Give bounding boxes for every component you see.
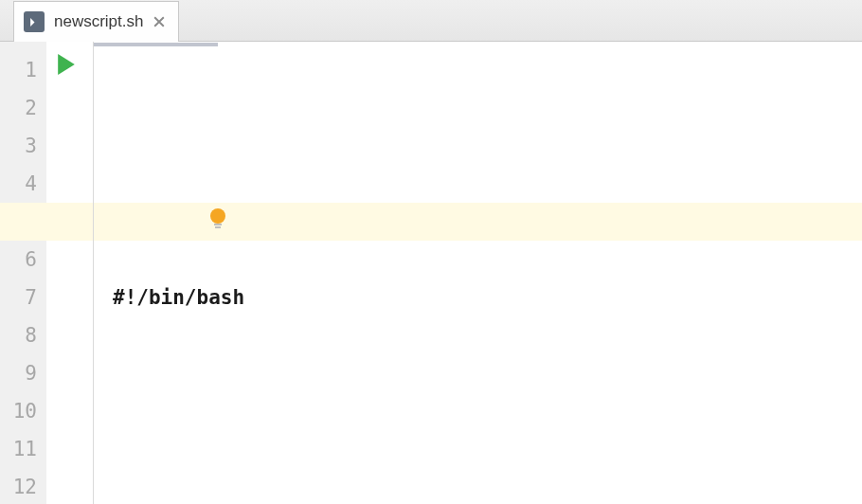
line-number: 4 <box>0 165 46 203</box>
file-tab[interactable]: newscript.sh <box>13 1 179 42</box>
line-number: 12 <box>0 468 46 504</box>
annotation-gutter <box>46 42 94 504</box>
line-number: 6 <box>0 241 46 279</box>
line-number: 7 <box>0 279 46 316</box>
code-body[interactable]: #!/bin/bash function greeting() { hello=… <box>94 42 862 504</box>
close-tab-icon[interactable] <box>153 16 165 28</box>
code-line-1[interactable]: #!/bin/bash <box>113 279 862 316</box>
svg-point-0 <box>210 208 225 224</box>
editor-tab-bar: newscript.sh <box>0 0 862 42</box>
svg-rect-1 <box>214 224 222 225</box>
code-line-2[interactable] <box>113 430 862 468</box>
run-script-icon[interactable] <box>56 49 77 87</box>
line-number: 8 <box>0 316 46 354</box>
shell-file-icon <box>24 11 45 32</box>
svg-rect-2 <box>215 226 221 228</box>
file-tab-label: newscript.sh <box>54 12 143 31</box>
line-number: 3 <box>0 127 46 165</box>
line-number: 9 <box>0 354 46 392</box>
shebang: #!/bin/bash <box>113 286 244 309</box>
intention-bulb-icon[interactable] <box>113 167 132 186</box>
line-number: 11 <box>0 430 46 468</box>
code-editor[interactable]: 1 2 3 4 5 6 7 8 9 10 11 12 <box>0 42 862 504</box>
line-number-gutter: 1 2 3 4 5 6 7 8 9 10 11 12 <box>0 42 46 504</box>
line-number: 10 <box>0 392 46 430</box>
line-number: 1 <box>0 51 46 89</box>
line-number: 2 <box>0 89 46 127</box>
